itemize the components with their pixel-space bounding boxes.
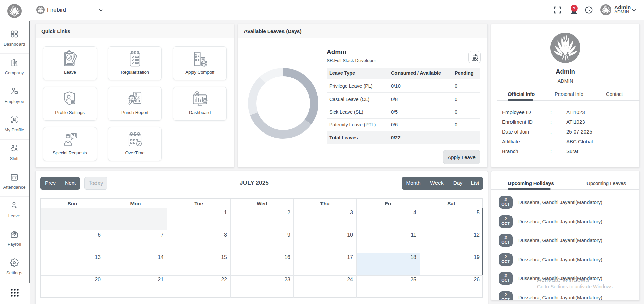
- svg-text:$: $: [196, 92, 197, 95]
